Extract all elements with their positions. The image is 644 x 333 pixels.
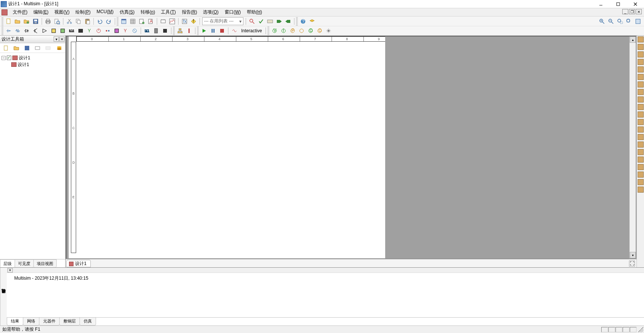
- probe-ref-icon[interactable]: D: [306, 27, 315, 35]
- misc-icon[interactable]: [104, 27, 112, 35]
- annotate-icon[interactable]: A: [147, 17, 155, 26]
- scroll-up-button[interactable]: ▴: [630, 36, 636, 43]
- schematic-canvas[interactable]: 0123456789 ABCDE: [66, 36, 629, 258]
- toolbar-grip[interactable]: [173, 27, 175, 35]
- mdi-close-button[interactable]: ✕: [636, 9, 642, 14]
- menu-h[interactable]: 帮助(H): [244, 8, 265, 16]
- open-icon[interactable]: [14, 17, 22, 26]
- menu-s[interactable]: 仿真(S): [117, 8, 138, 16]
- menu-o[interactable]: 选项(O): [200, 8, 221, 16]
- cut-icon[interactable]: [65, 17, 74, 26]
- agilent-generator-icon[interactable]: [638, 157, 644, 163]
- close-button[interactable]: [627, 0, 644, 8]
- tree-root-item[interactable]: − 设计1: [2, 54, 64, 61]
- spectrum-analyzer-icon[interactable]: [638, 127, 644, 133]
- save-design-icon[interactable]: [23, 44, 31, 52]
- power-icon[interactable]: [95, 27, 103, 35]
- network-analyzer-icon[interactable]: [638, 134, 644, 140]
- menu-m[interactable]: MCU(M): [93, 8, 116, 16]
- verify-icon[interactable]: [257, 17, 265, 26]
- misc-digital-icon[interactable]: MISC: [68, 27, 76, 35]
- zoom-out-icon[interactable]: [607, 17, 615, 26]
- document-tab[interactable]: 设计1: [66, 260, 91, 267]
- ni-elvis-icon[interactable]: [638, 179, 644, 185]
- run-icon[interactable]: [200, 27, 208, 35]
- toolbox-tab-2[interactable]: 项目视图: [33, 259, 57, 267]
- wattmeter-icon[interactable]: [638, 51, 644, 57]
- bode-plotter-icon[interactable]: [638, 74, 644, 80]
- tree-child-item[interactable]: 设计1: [11, 61, 64, 68]
- logic-converter-icon[interactable]: [638, 104, 644, 110]
- panel-close-button[interactable]: ✕: [59, 36, 65, 42]
- connector-icon[interactable]: [152, 27, 160, 35]
- zoom-in-icon[interactable]: [598, 17, 606, 26]
- rename-icon[interactable]: [33, 44, 42, 52]
- spreadsheet-tab-4[interactable]: 仿真: [80, 318, 96, 325]
- probe-settings-icon[interactable]: [324, 27, 333, 35]
- minimize-button[interactable]: [592, 0, 609, 8]
- zoom-fit-icon[interactable]: [625, 17, 633, 26]
- resize-grip-icon[interactable]: [638, 327, 643, 332]
- bus-icon[interactable]: [185, 27, 193, 35]
- source-icon[interactable]: [5, 27, 13, 35]
- iv-analyzer-icon[interactable]: [638, 112, 644, 118]
- toolbar-grip[interactable]: [296, 17, 298, 26]
- labview-instrument-icon[interactable]: [638, 172, 644, 178]
- stop-icon[interactable]: [218, 27, 226, 35]
- hierarchy-icon[interactable]: [176, 27, 184, 35]
- fullscreen-icon[interactable]: [634, 17, 642, 26]
- current-probe-icon[interactable]: [638, 187, 644, 193]
- word-generator-icon[interactable]: [638, 89, 644, 95]
- menu-w[interactable]: 窗口(W): [222, 8, 244, 16]
- sim-mode-label[interactable]: Interactive: [239, 28, 264, 33]
- open-design-icon[interactable]: [12, 44, 21, 52]
- undo-icon[interactable]: [96, 17, 104, 26]
- probe-v-icon[interactable]: V: [270, 27, 279, 35]
- agilent-scope-icon[interactable]: [638, 142, 644, 148]
- component-wizard-icon[interactable]: [159, 17, 167, 26]
- spreadsheet-icon[interactable]: [129, 17, 137, 26]
- frequency-counter-icon[interactable]: [638, 81, 644, 87]
- distortion-analyzer-icon[interactable]: [638, 119, 644, 125]
- menu-e[interactable]: 编辑(E): [30, 8, 51, 16]
- paste-icon[interactable]: [83, 17, 92, 26]
- mcu-icon[interactable]: [161, 27, 169, 35]
- toolbar-grip[interactable]: [267, 27, 269, 35]
- rf-icon[interactable]: Y: [122, 27, 130, 35]
- ultiboard-forward-icon[interactable]: [275, 17, 283, 26]
- interactive-mode-icon[interactable]: [230, 27, 239, 35]
- spreadsheet-tab-2[interactable]: 元器件: [39, 318, 60, 325]
- print-icon[interactable]: [44, 17, 52, 26]
- new-schematic-icon[interactable]: [2, 44, 10, 52]
- zoom-area-icon[interactable]: [616, 17, 624, 26]
- advanced-icon[interactable]: [113, 27, 121, 35]
- spreadsheet-tab-1[interactable]: 网络: [23, 318, 39, 325]
- mdi-restore-button[interactable]: ❐: [629, 9, 635, 14]
- layers-icon[interactable]: [55, 44, 63, 52]
- vertical-scrollbar[interactable]: ▴ ▾: [629, 36, 636, 258]
- expand-tabs-button[interactable]: ⛶: [629, 261, 635, 267]
- function-generator-icon[interactable]: [638, 44, 644, 50]
- cmos-icon[interactable]: [59, 27, 67, 35]
- postprocessor-icon[interactable]: fx: [180, 17, 189, 26]
- multimeter-icon[interactable]: [638, 36, 644, 42]
- menu-p[interactable]: 绘制(P): [72, 8, 93, 16]
- design-tree[interactable]: − 设计1 设计1: [0, 53, 65, 259]
- spreadsheet-tab-0[interactable]: 结果: [7, 318, 23, 325]
- probe-diff-icon[interactable]: [297, 27, 306, 35]
- electromech-icon[interactable]: [131, 27, 139, 35]
- spreadsheet-close-button[interactable]: ✕: [8, 268, 13, 273]
- menu-n[interactable]: 转移(n): [138, 8, 158, 16]
- oscilloscope-icon[interactable]: [638, 59, 644, 65]
- checkbox-icon[interactable]: [7, 56, 11, 60]
- db-browser-icon[interactable]: [120, 17, 128, 26]
- find-icon[interactable]: [248, 17, 256, 26]
- menu-f[interactable]: 文件(F): [10, 8, 30, 16]
- spreadsheet-tab-3[interactable]: 敷铜层: [59, 318, 80, 325]
- probe-p-icon[interactable]: P: [288, 27, 297, 35]
- panel-dropdown-button[interactable]: ▾: [54, 36, 59, 42]
- diode-icon[interactable]: [23, 27, 31, 35]
- logic-analyzer-icon[interactable]: [638, 96, 644, 102]
- probe-digital-icon[interactable]: D: [315, 27, 324, 35]
- redo-icon[interactable]: [105, 17, 113, 26]
